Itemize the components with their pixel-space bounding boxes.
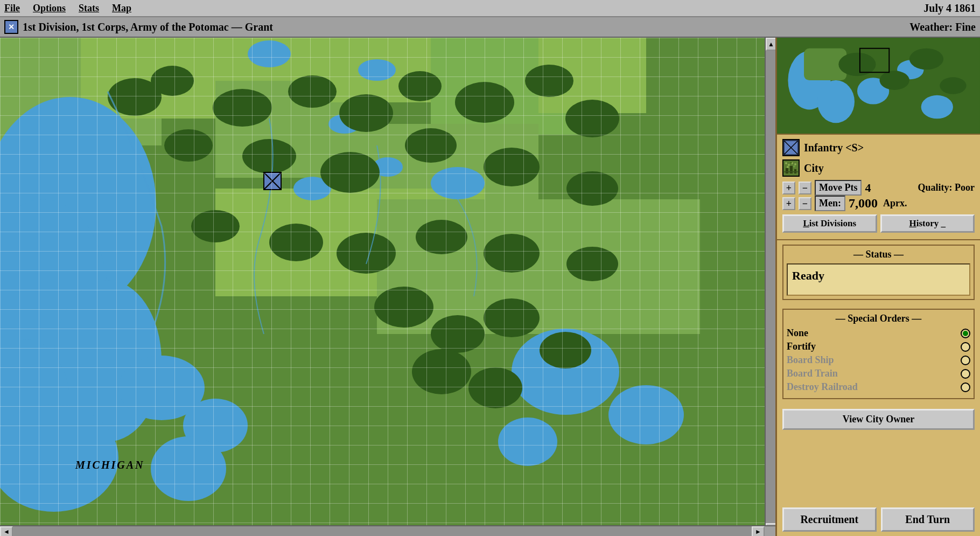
unit-type-row: Infantry <S>: [782, 139, 975, 156]
recruitment-btn[interactable]: Recruitment: [782, 507, 877, 532]
move-pts-minus-btn[interactable]: −: [799, 182, 811, 194]
order-none-label: None: [787, 328, 808, 339]
menu-stats[interactable]: Stats: [79, 3, 99, 14]
svg-point-62: [921, 95, 953, 119]
svg-point-29: [213, 89, 272, 127]
svg-point-65: [879, 71, 909, 90]
svg-point-40: [484, 148, 540, 186]
order-board-ship-label: Board Ship: [787, 354, 834, 366]
svg-point-17: [151, 436, 226, 501]
move-pts-plus-btn[interactable]: +: [782, 182, 795, 194]
svg-point-36: [164, 129, 213, 162]
list-divisions-btn[interactable]: List Divisions: [782, 214, 877, 233]
map-area[interactable]: MICHIGAN ▲ ▼ ◄ ►: [0, 38, 775, 536]
order-board-train-label: Board Train: [787, 368, 838, 379]
menu-map[interactable]: Map: [112, 3, 131, 14]
svg-point-46: [484, 234, 540, 273]
move-pts-label: Move Pts: [815, 180, 862, 196]
map-scrollbar-v: ▲ ▼: [765, 38, 775, 536]
men-row: + − Men: 7,000 Aprx.: [782, 196, 975, 211]
svg-point-25: [608, 385, 684, 444]
svg-point-66: [909, 48, 943, 70]
aprx-label: Aprx.: [883, 198, 907, 209]
city-label: City: [804, 162, 824, 175]
scroll-corner: [765, 526, 775, 536]
unit-title-bar: ✕ 1st Division, 1st Corps, Army of the P…: [0, 17, 980, 38]
svg-point-32: [398, 71, 442, 101]
map-scrollbar-h: ◄ ►: [0, 525, 775, 536]
svg-point-33: [455, 82, 514, 123]
right-panel: Infantry <S>: [775, 38, 980, 536]
order-destroy-railroad-label: Destroy Railroad: [787, 381, 858, 393]
svg-point-80: [794, 163, 796, 165]
order-fortify-label: Fortify: [787, 341, 816, 352]
order-fortify-row: Fortify: [787, 341, 970, 352]
svg-point-52: [468, 367, 522, 408]
special-orders-section: Special Orders None Fortify Board Ship B…: [782, 309, 975, 399]
minimap-area[interactable]: [777, 38, 980, 135]
unit-info: Infantry <S>: [777, 135, 980, 240]
unit-icon: ✕: [4, 20, 18, 34]
svg-rect-73: [786, 168, 788, 173]
svg-point-47: [566, 247, 618, 281]
infantry-icon: [782, 139, 800, 156]
svg-point-48: [374, 287, 433, 328]
men-minus-btn[interactable]: −: [799, 197, 811, 210]
order-none-row: None: [787, 328, 970, 339]
svg-point-30: [288, 75, 337, 108]
svg-point-42: [191, 210, 240, 242]
menu-file[interactable]: File: [4, 3, 20, 14]
status-section: Status Ready: [782, 245, 975, 300]
svg-point-18: [248, 40, 291, 67]
svg-point-44: [337, 233, 396, 274]
scroll-left-btn[interactable]: ◄: [0, 526, 13, 536]
svg-point-53: [540, 332, 591, 368]
svg-point-82: [790, 162, 792, 164]
status-title: Status: [787, 249, 970, 260]
svg-point-19: [358, 59, 396, 81]
order-board-ship-radio[interactable]: [961, 356, 970, 365]
bottom-buttons: Recruitment End Turn: [777, 503, 980, 536]
main-content: MICHIGAN ▲ ▼ ◄ ►: [0, 38, 980, 536]
menu-options[interactable]: Options: [33, 3, 66, 14]
scroll-up-btn[interactable]: ▲: [766, 38, 775, 51]
svg-point-37: [242, 139, 296, 173]
history-btn[interactable]: History _: [880, 214, 975, 233]
scroll-track-h[interactable]: [13, 526, 752, 536]
quality-label: Quality: Poor: [918, 182, 975, 193]
svg-point-77: [785, 162, 787, 164]
svg-point-59: [817, 80, 855, 123]
scroll-track-v[interactable]: [766, 51, 775, 523]
men-plus-btn[interactable]: +: [782, 197, 795, 210]
end-turn-btn[interactable]: End Turn: [881, 507, 975, 532]
men-label: Men:: [815, 196, 845, 211]
michigan-label: MICHIGAN: [75, 459, 144, 471]
order-fortify-radio[interactable]: [961, 342, 970, 352]
view-city-owner-btn[interactable]: View City Owner: [782, 409, 975, 430]
minimap-canvas: [777, 38, 980, 134]
menu-bar: File Options Stats Map July 4 1861: [0, 0, 980, 17]
order-destroy-railroad-radio[interactable]: [961, 382, 970, 392]
order-board-train-radio[interactable]: [961, 369, 970, 379]
svg-point-38: [320, 152, 380, 193]
svg-point-45: [416, 220, 467, 254]
svg-point-39: [405, 128, 457, 163]
svg-point-67: [940, 77, 966, 94]
unit-title: 1st Division, 1st Corps, Army of the Pot…: [23, 21, 273, 33]
svg-point-35: [565, 100, 619, 137]
weather-display: Weather: Fine: [909, 21, 976, 33]
order-board-ship-row: Board Ship: [787, 354, 970, 366]
move-pts-value: 4: [865, 181, 871, 195]
svg-point-49: [431, 315, 485, 353]
city-icon: [782, 159, 800, 177]
special-orders-title: Special Orders: [787, 313, 970, 324]
order-board-train-row: Board Train: [787, 368, 970, 379]
move-pts-row: + − Move Pts 4 Quality: Poor: [782, 180, 975, 196]
svg-point-28: [151, 66, 194, 96]
order-destroy-railroad-row: Destroy Railroad: [787, 381, 970, 393]
svg-point-41: [566, 171, 618, 206]
svg-point-81: [787, 166, 789, 168]
svg-point-51: [412, 349, 471, 394]
scroll-right-btn[interactable]: ►: [752, 526, 765, 536]
order-none-radio[interactable]: [961, 329, 970, 338]
